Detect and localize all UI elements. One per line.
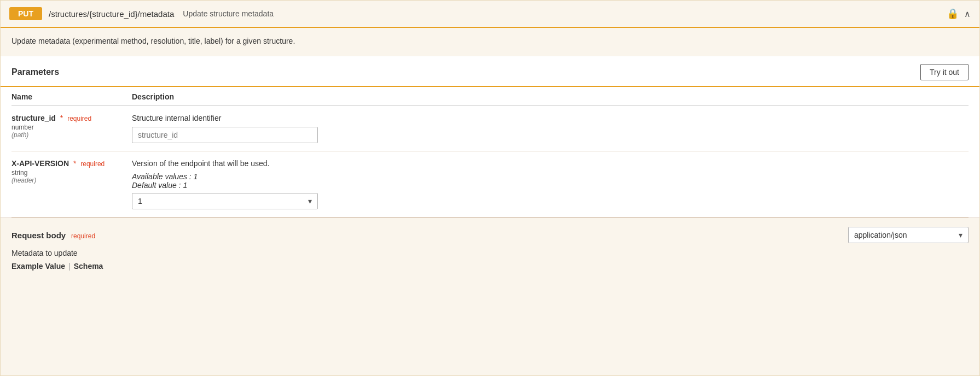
col-header-description: Description xyxy=(132,92,969,101)
param-name-col-structure-id: structure_id * required number (path) xyxy=(11,114,132,139)
request-body-title: Request body xyxy=(11,231,66,240)
required-label-structure-id: required xyxy=(67,115,91,122)
param-name-structure-id: structure_id xyxy=(11,114,56,122)
required-star-x-api-version: * xyxy=(73,159,76,168)
parameters-title: Parameters xyxy=(11,67,59,77)
api-header: PUT /structures/{structure_id}/metadata … xyxy=(1,1,979,28)
structure-id-input[interactable] xyxy=(132,127,318,143)
request-body-required-badge: required xyxy=(71,232,95,240)
request-body-description: Metadata to update xyxy=(11,249,969,257)
required-star-structure-id: * xyxy=(60,114,63,122)
api-container: PUT /structures/{structure_id}/metadata … xyxy=(0,0,980,376)
param-name-x-api-version: X-API-VERSION xyxy=(11,159,69,168)
param-desc-col-structure-id: Structure internal identifier xyxy=(132,114,969,143)
param-location-x-api-version: (header) xyxy=(11,177,132,184)
params-table: Name Description structure_id * required… xyxy=(1,87,979,218)
method-badge: PUT xyxy=(9,7,42,20)
param-desc-text-x-api-version: Version of the endpoint that will be use… xyxy=(132,159,969,168)
example-separator: | xyxy=(68,262,71,271)
param-location-structure-id: (path) xyxy=(11,131,132,139)
param-name-col-x-api-version: X-API-VERSION * required string (header) xyxy=(11,159,132,184)
schema-link[interactable]: Schema xyxy=(74,262,103,271)
required-label-x-api-version: required xyxy=(80,160,105,168)
x-api-version-select-wrapper: 1 ▾ xyxy=(132,193,318,209)
param-desc-col-x-api-version: Version of the endpoint that will be use… xyxy=(132,159,969,209)
try-it-out-button[interactable]: Try it out xyxy=(920,64,969,80)
available-values-x-api-version: Available values : 1 xyxy=(132,172,969,181)
parameters-header: Parameters Try it out xyxy=(1,56,979,87)
param-desc-text-structure-id: Structure internal identifier xyxy=(132,114,969,122)
description-section: Update metadata (experimental method, re… xyxy=(1,28,979,56)
default-value-x-api-version: Default value : 1 xyxy=(132,181,969,190)
x-api-version-select[interactable]: 1 xyxy=(132,193,317,209)
parameters-section: Parameters Try it out Name Description s… xyxy=(1,56,979,218)
endpoint-summary: Update structure metadata xyxy=(183,9,274,18)
params-table-header: Name Description xyxy=(11,87,969,106)
lock-icon: 🔒 xyxy=(947,8,959,20)
col-header-name: Name xyxy=(11,92,132,101)
request-body-section: Request body required application/json ▾… xyxy=(1,218,979,279)
param-type-x-api-version: string xyxy=(11,169,132,177)
content-type-select-wrapper: application/json ▾ xyxy=(848,227,969,243)
request-body-title-area: Request body required xyxy=(11,231,95,240)
example-links: Example Value | Schema xyxy=(11,262,969,271)
request-body-header: Request body required application/json ▾ xyxy=(11,227,969,243)
param-row-x-api-version: X-API-VERSION * required string (header)… xyxy=(11,151,969,218)
content-type-select[interactable]: application/json xyxy=(849,227,968,243)
param-row-structure-id: structure_id * required number (path) St… xyxy=(11,106,969,151)
description-text: Update metadata (experimental method, re… xyxy=(11,37,295,45)
endpoint-path: /structures/{structure_id}/metadata xyxy=(49,9,174,19)
param-type-structure-id: number xyxy=(11,124,132,131)
collapse-icon[interactable]: ∧ xyxy=(964,9,971,19)
example-value-link[interactable]: Example Value xyxy=(11,262,65,271)
header-right: 🔒 ∧ xyxy=(947,8,971,20)
